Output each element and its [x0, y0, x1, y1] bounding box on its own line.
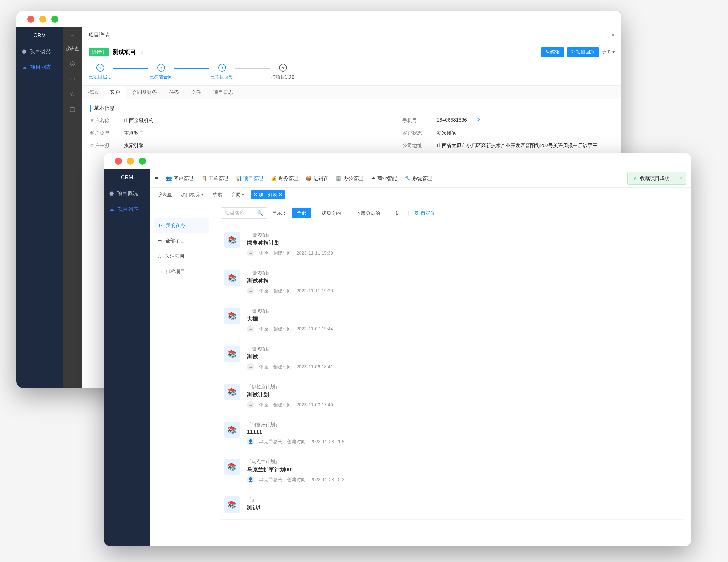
panel-fav[interactable]: ☆关注项目 [154, 249, 209, 264]
min-dot[interactable] [39, 16, 46, 23]
max-dot[interactable] [51, 16, 58, 23]
close-icon[interactable]: × [611, 31, 615, 39]
menu-icon[interactable]: ≡ [155, 176, 158, 181]
item-tag: 「乌克兰计划」 [247, 458, 680, 465]
avatar-icon: ☁ [247, 249, 254, 257]
crumb-dashboard[interactable]: 仪表盘 [155, 190, 175, 199]
avatar-icon: 👤 [247, 476, 254, 483]
list-item[interactable]: 📚 「」 测试1 [221, 490, 683, 520]
filter-mine[interactable]: 我负责的 [316, 208, 346, 219]
list-item[interactable]: 📚 「测试项目」 绿萝种植计划 ☁体验创建时间：2023-11-11 15:39 [221, 225, 683, 263]
list-item[interactable]: 📚 「测试项目」 大棚 ☁体验创建时间：2023-11-07 15:44 [221, 301, 683, 339]
list-item[interactable]: 📚 「测试项目」 测试 ☁体验创建时间：2023-11-06 18:41 [221, 339, 683, 377]
success-toast: ✔ 收藏项目成功 × [627, 172, 686, 185]
tab-task[interactable]: 任务 [163, 86, 185, 99]
menu-icon[interactable]: ≡ [71, 31, 74, 38]
crumb-contract[interactable]: 合同 ▾ [229, 190, 247, 199]
item-title: 测试1 [247, 503, 680, 512]
avatar-icon: ☁ [247, 287, 254, 294]
project-icon: 📚 [224, 232, 240, 248]
search-icon: 🔍 [257, 210, 263, 216]
tab-customer[interactable]: 客户 [104, 86, 126, 99]
topnav: ≡ 👥 客户管理 📋 工单管理 📊 项目管理 💰 财务管理 📦 进销存 🏢 办公… [150, 169, 691, 188]
close-icon[interactable]: × [679, 176, 682, 181]
item-tag: 「伊拉克计划」 [247, 384, 680, 390]
sidebar: CRM ⬣项目概况 ☁项目列表 [16, 27, 63, 388]
tab-log[interactable]: 项目日志 [207, 86, 239, 99]
nav-customer[interactable]: 👥 客户管理 [166, 175, 193, 182]
gear-icon: ⚙ [414, 210, 419, 216]
avatar-icon: ☁ [247, 401, 254, 408]
steps: 1已项目启动 2已签署合同 3已项目回款 4待项目完结 [82, 61, 621, 86]
tab-file[interactable]: 文件 [185, 86, 207, 99]
filter-all[interactable]: 全部 [292, 208, 311, 219]
status-badge: 进行中 [89, 48, 109, 56]
tab-contract[interactable]: 合同及财务 [126, 86, 163, 99]
more-button[interactable]: 更多 ▾ [602, 49, 615, 55]
left-panel: ← 👁我的在办 ▭全部项目 ☆关注项目 🗀归档项目 [150, 202, 213, 546]
item-title: 测试种植 [247, 276, 680, 285]
avatar-icon: ☁ [247, 363, 254, 370]
sidebar-title: CRM [104, 169, 150, 186]
nav-bi[interactable]: 🖥 商业智能 [371, 175, 397, 182]
crumb-overview[interactable]: 项目概况 ▾ [178, 190, 206, 199]
nav-stock[interactable]: 📦 进销存 [306, 175, 328, 182]
list-item[interactable]: 📚 「乌克兰计划」 乌克兰扩军计划001 👤乌克兰总统创建时间：2023-11-… [221, 452, 683, 490]
item-tag: 「」 [247, 496, 680, 503]
crumb-lead[interactable]: 线索 [210, 190, 225, 199]
crumb-chip[interactable]: ✕ 项目列表 ✕ [251, 190, 285, 199]
nav-finance[interactable]: 💰 财务管理 [271, 175, 298, 182]
item-tag: 「测试项目」 [247, 346, 680, 352]
nav-system[interactable]: 🔧 系统管理 [405, 175, 432, 182]
nav-ticket[interactable]: 📋 工单管理 [201, 175, 228, 182]
list-item[interactable]: 📚 「测试项目」 测试种植 ☁体验创建时间：2023-11-11 15:28 [221, 263, 683, 301]
star-icon[interactable]: ☆ [140, 49, 145, 55]
panel-back[interactable]: ← [154, 206, 209, 218]
panel-archive[interactable]: 🗀归档项目 [154, 264, 209, 279]
item-tag: 「测试项目」 [247, 232, 680, 238]
max-dot[interactable] [139, 158, 146, 165]
sidebar-item-overview[interactable]: ⬣项目概况 [104, 186, 150, 201]
project-icon: 📚 [224, 308, 240, 324]
project-icon: 📚 [224, 458, 240, 475]
sidebar: CRM ⬣项目概况 ☁项目列表 [104, 169, 150, 546]
back-button[interactable]: ↻ 项目回款 [567, 47, 599, 57]
panel-my[interactable]: 👁我的在办 [154, 218, 209, 233]
sidebar-item-list[interactable]: ☁项目列表 [104, 201, 150, 217]
custom-button[interactable]: ⚙自定义 [414, 210, 435, 216]
edit-button[interactable]: ✎ 编辑 [541, 47, 564, 57]
project-icon: 📚 [224, 422, 240, 438]
list-item[interactable]: 📚 「伊拉克计划」 测试计划 ☁体验创建时间：2023-11-03 17:49 [221, 377, 683, 415]
main-list: 项目名称🔍 显示： 全部 我负责的 下属负责的 1 | ⚙自定义 📚 「测试项目… [213, 202, 691, 546]
sidebar-item-list[interactable]: ☁项目列表 [16, 59, 63, 75]
min-dot[interactable] [127, 158, 134, 165]
list-item[interactable]: 📚 「阿富汗计划」 11111 👤乌克兰总统创建时间：2023-11-03 11… [221, 415, 683, 452]
filter-sub[interactable]: 下属负责的 [351, 208, 385, 219]
project-title: 测试项目 [113, 48, 136, 56]
avatar-icon: 👤 [247, 438, 254, 445]
project-icon: 📚 [224, 346, 240, 362]
panel-all[interactable]: ▭全部项目 [154, 233, 209, 249]
nav-office[interactable]: 🏢 办公管理 [336, 175, 363, 182]
icon4[interactable]: ▢ [70, 106, 75, 113]
item-tag: 「测试项目」 [247, 308, 680, 314]
titlebar [16, 11, 621, 27]
item-tag: 「测试项目」 [247, 270, 680, 276]
sidebar-title: CRM [16, 27, 63, 43]
icon1[interactable]: ◎ [70, 60, 75, 67]
refresh-icon[interactable]: ⟳ [477, 117, 480, 124]
close-dot[interactable] [115, 158, 122, 165]
icon3[interactable]: ☆ [70, 90, 75, 98]
search-input[interactable]: 项目名称🔍 [221, 207, 267, 219]
filter-count[interactable]: 1 [390, 208, 403, 219]
tab-overview[interactable]: 概况 [82, 86, 104, 99]
nav-project[interactable]: 📊 项目管理 [236, 175, 263, 182]
sidebar-item-overview[interactable]: ⬣项目概况 [16, 43, 63, 59]
subbar: ≡ 仪表盘 ◎ ▭ ☆ ▢ [63, 27, 82, 388]
item-tag: 「阿富汗计划」 [247, 422, 680, 428]
avatar-icon: ☁ [247, 325, 254, 332]
close-dot[interactable] [27, 16, 34, 23]
dashboard-icon[interactable]: 仪表盘 [66, 46, 79, 52]
icon2[interactable]: ▭ [70, 75, 75, 82]
titlebar [104, 153, 691, 169]
